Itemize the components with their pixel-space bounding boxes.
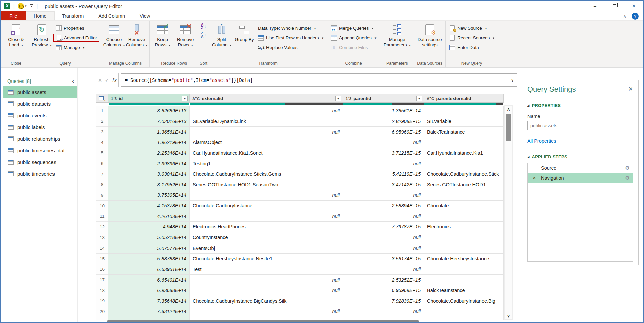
scroll-up-icon[interactable]: ∧ (505, 107, 512, 112)
cell-parentid[interactable]: null (343, 158, 424, 169)
row-number[interactable]: 10 (96, 201, 108, 211)
row-number[interactable]: 12 (96, 222, 108, 232)
use-first-row-as-headers-button[interactable]: Use First Row as Headers ▾ (256, 34, 325, 42)
row-number[interactable]: 9 (96, 190, 108, 201)
row-number[interactable]: 3 (96, 127, 108, 137)
horizontal-scrollbar[interactable] (96, 320, 504, 323)
cell-parentexternalid[interactable]: Chocolate.HersheysInstance (424, 254, 504, 264)
sidebar-query-item[interactable]: public labels (3, 121, 77, 133)
horizontal-scroll-thumb[interactable] (107, 320, 419, 323)
row-number[interactable]: 13 (96, 232, 108, 243)
cell-parentexternalid[interactable] (424, 306, 504, 317)
row-number[interactable]: 5 (96, 148, 108, 159)
cell-externalid[interactable]: Chocolate.CadburyInstance (190, 201, 343, 211)
sort-ascending-button[interactable]: AZ ↓ (201, 23, 206, 30)
cell-parentid[interactable]: 3.71215E+15 (343, 148, 424, 159)
cell-externalid[interactable]: null (190, 127, 343, 137)
sidebar-query-item[interactable]: public relationships (3, 133, 77, 145)
row-number[interactable]: 7 (96, 169, 108, 180)
sidebar-query-item[interactable]: public assets (3, 86, 77, 98)
feedback-smiley-icon[interactable] (18, 3, 24, 9)
tab-file[interactable]: File (1, 11, 26, 20)
select-all-corner[interactable]: ▾ (96, 94, 108, 103)
cell-id[interactable]: 5.07577E+14 (108, 243, 190, 254)
commit-formula-icon[interactable]: ✓ (105, 77, 109, 83)
cell-parentid[interactable]: 7.92839E+15 (343, 296, 424, 307)
cell-parentexternalid[interactable]: BalckTeaInstance (424, 127, 504, 137)
row-number[interactable]: 17 (96, 275, 108, 285)
collapse-ribbon-icon[interactable]: ∧ (623, 14, 626, 19)
cell-id[interactable]: 6.65401E+14 (108, 275, 190, 285)
row-number[interactable]: 21 (96, 317, 108, 320)
cell-id[interactable]: 7.83124E+14 (108, 306, 190, 317)
close-panel-icon[interactable]: ✕ (628, 86, 633, 93)
cell-parentid[interactable]: 7.79787E+15 (343, 222, 424, 232)
query-name-input[interactable] (527, 121, 633, 130)
cell-id[interactable]: 3.75305E+14 (108, 190, 190, 201)
formula-input[interactable]: = Source{[Schema="public",Item="assets"]… (121, 73, 517, 87)
group-by-button[interactable]: Group By (233, 23, 255, 42)
sidebar-query-item[interactable]: public timeseries (3, 168, 77, 180)
cell-externalid[interactable]: null (190, 106, 343, 116)
all-properties-link[interactable]: All Properties (527, 138, 633, 144)
row-number[interactable]: 16 (96, 264, 108, 275)
cell-id[interactable]: 6.63951E+14 (108, 264, 190, 275)
step-settings-gear-icon[interactable]: ⚙ (625, 175, 630, 181)
tab-add-column[interactable]: Add Column (91, 11, 132, 20)
close-and-load-button[interactable]: → Close & Load ▾ (5, 23, 27, 48)
expand-formula-icon[interactable]: ∨ (511, 77, 514, 82)
cell-externalid[interactable]: EventsObj (190, 243, 343, 254)
help-button[interactable]: ? (632, 13, 639, 20)
cell-externalid[interactable]: Car.HyundaiInstance.Kia1.Sonet (190, 148, 343, 159)
cell-id[interactable]: 4.15378E+14 (108, 201, 190, 211)
cell-parentexternalid[interactable] (424, 243, 504, 254)
cell-parentid[interactable]: null (343, 232, 424, 243)
cell-parentexternalid[interactable] (424, 264, 504, 275)
choose-columns-button[interactable]: Choose Columns ▾ (103, 23, 125, 48)
new-source-button[interactable]: New Source ▾ (447, 24, 496, 32)
cell-parentid[interactable]: 1.36561E+14 (343, 106, 424, 116)
refresh-preview-button[interactable]: ↻ Refresh Preview ▾ (31, 23, 53, 48)
filter-dropdown-icon[interactable]: ▾ (182, 96, 188, 101)
cell-externalid[interactable]: null (190, 190, 343, 201)
row-number[interactable]: 1 (96, 106, 108, 116)
close-window-button[interactable]: ✕ (624, 1, 643, 11)
cell-parentexternalid[interactable] (424, 190, 504, 201)
cell-id[interactable]: 4.948E+14 (108, 222, 190, 232)
cell-parentid[interactable]: null (343, 211, 424, 222)
append-queries-button[interactable]: Append Queries ▾ (329, 34, 378, 42)
merge-queries-button[interactable]: Merge Queries ▾ (329, 24, 378, 32)
row-number[interactable]: 2 (96, 116, 108, 127)
sidebar-query-item[interactable]: public timeseries_dat... (3, 145, 77, 156)
tab-view[interactable]: View (132, 11, 157, 20)
keep-rows-button[interactable]: ✓ Keep Rows ▾ (151, 23, 174, 48)
column-header-externalid[interactable]: ABCexternalid▾ (190, 94, 343, 103)
cell-parentexternalid[interactable]: BalckTeaInstance (424, 285, 504, 296)
cell-parentid[interactable]: 2.82908E+15 (343, 116, 424, 127)
row-number[interactable]: 4 (96, 137, 108, 148)
row-number[interactable]: 6 (96, 158, 108, 169)
cell-id[interactable]: 7.35648E+14 (108, 296, 190, 307)
row-number[interactable]: 14 (96, 243, 108, 254)
cell-externalid[interactable]: null (190, 275, 343, 285)
cell-id[interactable]: 3.62689E+13 (108, 106, 190, 116)
cell-parentid[interactable]: null (343, 243, 424, 254)
recent-sources-button[interactable]: ◷ Recent Sources ▾ (447, 34, 496, 42)
cell-parentexternalid[interactable] (424, 106, 504, 116)
cell-parentexternalid[interactable]: SILVariable (424, 116, 504, 127)
cell-parentid[interactable]: 4.08715E+15 (343, 317, 424, 320)
vertical-scrollbar[interactable]: ∧ ∨ (504, 105, 513, 320)
cell-id[interactable]: 4.26103E+14 (108, 211, 190, 222)
cell-parentid[interactable]: null (343, 190, 424, 201)
cell-externalid[interactable]: null (190, 306, 343, 317)
cell-parentid[interactable]: 3.47142E+15 (343, 179, 424, 190)
row-number[interactable]: 8 (96, 179, 108, 190)
sidebar-query-item[interactable]: public datasets (3, 98, 77, 110)
replace-values-button[interactable]: 1↳2 Replace Values (256, 43, 325, 52)
step-settings-gear-icon[interactable]: ⚙ (625, 165, 630, 171)
data-source-settings-button[interactable]: ⚙ Data source settings (416, 23, 444, 48)
split-column-button[interactable]: ▾ Split Column ▾ (211, 23, 233, 48)
applied-step-navigation[interactable]: ✕Navigation⚙ (528, 173, 633, 183)
cell-externalid[interactable]: Chocolate.HersheysInstance.Nestle1 (190, 254, 343, 264)
cell-externalid[interactable]: null (190, 211, 343, 222)
